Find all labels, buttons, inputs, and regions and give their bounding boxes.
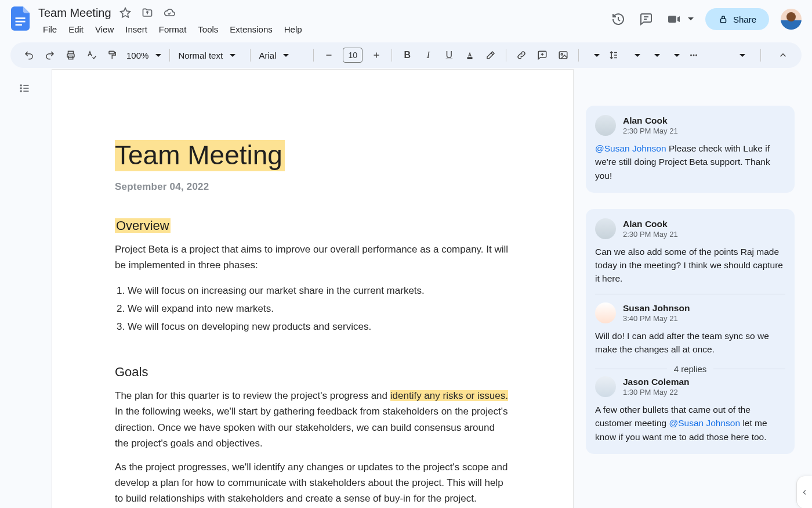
comments-panel: Alan Cook 2:30 PM May 21 @Susan Johnson … [586, 70, 795, 508]
list-item: We will focus on developing new products… [128, 318, 510, 336]
comments-icon[interactable] [638, 11, 654, 27]
comment-time: 2:30 PM May 21 [623, 127, 678, 135]
menu-format[interactable]: Format [154, 22, 191, 37]
doc-heading-title: Team Meeting [115, 140, 285, 171]
spellcheck-button[interactable] [81, 46, 102, 64]
print-button[interactable] [60, 46, 81, 64]
avatar [595, 302, 616, 323]
goals-paragraph-2: As the project progresses, we'll identif… [115, 459, 510, 507]
comment-author: Jason Coleman [623, 377, 690, 387]
svg-rect-0 [16, 17, 26, 19]
menu-view[interactable]: View [90, 22, 118, 37]
styles-select[interactable]: Normal text [175, 46, 245, 64]
editing-mode-select[interactable] [729, 46, 749, 64]
doc-date: September 04, 2022 [115, 181, 510, 193]
comment-body: @Susan Johnson Please check with Luke if… [595, 142, 785, 182]
insert-comment-button[interactable] [532, 46, 553, 64]
comment-author: Alan Cook [623, 116, 678, 126]
lock-icon [718, 14, 728, 24]
svg-rect-3 [720, 19, 726, 23]
highlighted-text: identify any risks or issues. [390, 390, 508, 401]
undo-button[interactable] [19, 46, 39, 64]
document-page[interactable]: Team Meeting September 04, 2022 Overview… [52, 70, 573, 508]
svg-point-22 [20, 90, 22, 92]
chevron-down-icon [688, 14, 694, 24]
docs-logo[interactable] [9, 5, 32, 33]
increase-font-button[interactable] [366, 46, 387, 64]
insert-link-button[interactable] [511, 46, 532, 64]
avatar [595, 218, 616, 239]
cloud-status-icon[interactable] [161, 5, 177, 21]
share-label: Share [733, 15, 756, 24]
italic-button[interactable]: I [418, 46, 438, 64]
list-item: We will focus on increasing our market s… [128, 282, 510, 300]
overview-paragraph: Project Beta is a project that aims to i… [115, 242, 510, 273]
heading-goals: Goals [115, 365, 510, 380]
align-select[interactable] [583, 46, 603, 64]
svg-point-20 [20, 84, 22, 86]
avatar [595, 376, 616, 397]
menu-insert[interactable]: Insert [121, 22, 152, 37]
highlight-button[interactable] [480, 46, 501, 64]
checklist-select[interactable] [624, 46, 644, 64]
svg-rect-1 [16, 21, 26, 23]
font-size-input[interactable]: 10 [343, 48, 362, 63]
comment-author: Susan Johnson [623, 303, 690, 314]
account-avatar[interactable] [781, 9, 802, 30]
font-select[interactable]: Arial [255, 46, 309, 64]
replies-expander[interactable]: 4 replies [595, 364, 785, 374]
side-panel-toggle[interactable] [797, 476, 812, 508]
toolbar: 100% Normal text Arial 10 B I U [10, 42, 802, 68]
menu-tools[interactable]: Tools [193, 22, 223, 37]
svg-rect-24 [23, 88, 28, 89]
comment-author: Alan Cook [623, 219, 678, 229]
meet-button[interactable] [666, 11, 694, 27]
share-button[interactable]: Share [705, 8, 769, 30]
outline-toggle-icon[interactable] [16, 80, 32, 96]
comment-body: Can we also add some of the points Raj m… [595, 245, 785, 286]
svg-rect-7 [467, 57, 473, 59]
menu-help[interactable]: Help [280, 22, 307, 37]
svg-point-19 [695, 55, 697, 56]
underline-button[interactable]: U [438, 46, 459, 64]
svg-point-17 [690, 55, 692, 56]
document-title[interactable]: Team Meeting [38, 6, 111, 20]
zoom-select[interactable]: 100% [123, 46, 165, 64]
svg-point-21 [20, 87, 22, 89]
svg-point-18 [693, 55, 695, 56]
mention[interactable]: @Susan Johnson [669, 418, 741, 428]
comment-time: 1:30 PM May 22 [623, 388, 690, 397]
decrease-font-button[interactable] [318, 46, 339, 64]
numbered-list-select[interactable] [664, 46, 683, 64]
comment-card[interactable]: Alan Cook 2:30 PM May 21 @Susan Johnson … [586, 106, 795, 193]
comment-card[interactable]: Alan Cook 2:30 PM May 21 Can we also add… [586, 209, 795, 454]
comment-body: Will do! I can add after the team sync s… [595, 329, 785, 356]
heading-overview: Overview [115, 218, 171, 233]
bold-button[interactable]: B [397, 46, 418, 64]
text-color-button[interactable] [459, 46, 480, 64]
redo-button[interactable] [39, 46, 60, 64]
collapse-toolbar-button[interactable] [773, 46, 793, 64]
menu-extensions[interactable]: Extensions [225, 22, 277, 37]
more-button[interactable] [683, 46, 704, 64]
svg-rect-2 [16, 24, 22, 26]
menu-file[interactable]: File [38, 22, 61, 37]
move-icon[interactable] [139, 5, 155, 21]
svg-rect-25 [23, 91, 28, 92]
svg-rect-8 [560, 52, 568, 59]
svg-rect-23 [23, 85, 28, 86]
bulleted-list-select[interactable] [644, 46, 664, 64]
insert-image-button[interactable] [553, 46, 574, 64]
phases-list: We will focus on increasing our market s… [128, 282, 510, 336]
mention[interactable]: @Susan Johnson [595, 143, 666, 153]
star-icon[interactable] [117, 5, 133, 21]
video-icon [666, 11, 682, 27]
avatar [595, 115, 616, 136]
history-icon[interactable] [610, 11, 626, 27]
comment-time: 2:30 PM May 21 [623, 230, 678, 239]
goals-paragraph-1: The plan for this quarter is to review t… [115, 388, 510, 451]
comment-body: A few other bullets that came out of the… [595, 403, 785, 444]
menu-edit[interactable]: Edit [64, 22, 88, 37]
line-spacing-button[interactable] [603, 46, 624, 64]
paint-format-button[interactable] [102, 46, 123, 64]
